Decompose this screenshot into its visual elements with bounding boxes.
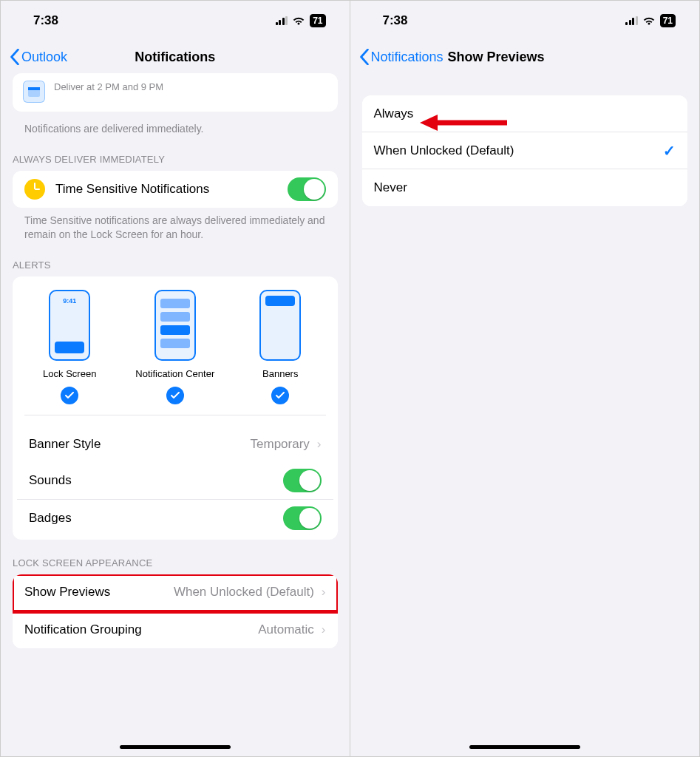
chevron-right-icon: › (317, 437, 322, 452)
badges-row[interactable]: Badges (17, 500, 333, 537)
time-sensitive-toggle[interactable] (288, 177, 326, 201)
section-always-deliver: Always Deliver Immediately (1, 136, 350, 171)
badges-toggle[interactable] (283, 506, 322, 530)
sounds-row[interactable]: Sounds (17, 463, 333, 500)
sounds-label: Sounds (29, 473, 283, 488)
banner-style-row[interactable]: Banner Style Temporary › (17, 426, 333, 463)
time-sensitive-row[interactable]: Time Sensitive Notifications (13, 171, 338, 208)
notification-grouping-row[interactable]: Notification Grouping Automatic › (13, 611, 338, 648)
chevron-left-icon (10, 49, 20, 65)
home-indicator[interactable] (469, 745, 580, 749)
cellular-icon (276, 16, 288, 25)
lockscreen-preview-icon (49, 290, 90, 361)
status-bar: 7:38 71 (350, 1, 700, 41)
status-time: 7:38 (383, 13, 408, 28)
battery-icon: 71 (660, 14, 676, 27)
alerts-card: Lock Screen Notification Center Banners (13, 276, 338, 540)
phone-show-previews: 7:38 71 Notifications Show Previews Alwa… (350, 1, 700, 756)
svg-rect-1 (28, 87, 40, 90)
notification-center-label: Notification Center (135, 368, 214, 379)
show-previews-row[interactable]: Show Previews When Unlocked (Default) › (13, 574, 338, 611)
section-alerts: Alerts (1, 242, 350, 276)
lockscreen-check-icon (61, 387, 78, 404)
status-bar: 7:38 71 (1, 1, 350, 41)
page-title: Show Previews (448, 50, 545, 65)
time-sensitive-label: Time Sensitive Notifications (55, 182, 288, 197)
show-previews-label: Show Previews (24, 585, 174, 600)
back-button[interactable]: Outlook (10, 49, 67, 65)
status-indicators: 71 (625, 14, 676, 27)
alert-option-lockscreen[interactable]: Lock Screen (21, 290, 118, 404)
chevron-right-icon: › (322, 622, 326, 637)
back-label: Outlook (21, 50, 67, 65)
home-indicator[interactable] (120, 745, 231, 749)
content-scroll[interactable]: Always When Unlocked (Default) ✓ Never (350, 73, 700, 756)
section-lockscreen-appearance: Lock Screen Appearance (1, 540, 350, 574)
option-never-label: Never (374, 180, 676, 195)
wifi-icon (292, 16, 305, 26)
option-never[interactable]: Never (362, 169, 688, 206)
nav-bar: Notifications Show Previews (350, 41, 700, 73)
banners-label: Banners (262, 368, 298, 379)
notification-grouping-label: Notification Grouping (24, 622, 258, 637)
back-button[interactable]: Notifications (359, 49, 444, 65)
notification-center-check-icon (166, 387, 184, 404)
time-sensitive-footer: Time Sensitive notifications are always … (13, 208, 338, 242)
status-time: 7:38 (33, 13, 58, 28)
alert-option-notification-center[interactable]: Notification Center (127, 290, 223, 404)
back-label: Notifications (371, 50, 444, 65)
wifi-icon (642, 16, 656, 26)
option-always-label: Always (374, 106, 676, 121)
schedule-subtitle: Deliver at 2 PM and 9 PM (54, 81, 163, 92)
nav-bar: Outlook Notifications (1, 41, 350, 73)
lockscreen-label: Lock Screen (43, 368, 96, 379)
option-always[interactable]: Always (362, 95, 688, 132)
chevron-left-icon (359, 49, 370, 65)
banners-preview-icon (259, 290, 301, 361)
sounds-toggle[interactable] (283, 469, 322, 492)
notification-grouping-value: Automatic (258, 622, 314, 637)
status-indicators: 71 (276, 14, 326, 27)
option-when-unlocked[interactable]: When Unlocked (Default) ✓ (362, 132, 688, 169)
checkmark-icon: ✓ (663, 142, 676, 160)
notification-center-preview-icon (154, 290, 196, 361)
schedule-summary-card[interactable]: Deliver at 2 PM and 9 PM (13, 73, 338, 112)
schedule-icon (23, 81, 45, 103)
phone-notifications-settings: 7:38 71 Outlook Notifications Deliver at… (1, 1, 350, 756)
banner-style-label: Banner Style (29, 437, 251, 452)
chevron-right-icon: › (322, 585, 326, 600)
show-previews-value: When Unlocked (Default) (174, 585, 314, 600)
banner-style-value: Temporary (251, 437, 310, 452)
alert-option-banners[interactable]: Banners (232, 290, 328, 404)
badges-label: Badges (29, 511, 283, 526)
battery-icon: 71 (310, 14, 325, 27)
cellular-icon (625, 16, 638, 25)
clock-icon (24, 179, 45, 200)
banners-check-icon (271, 387, 289, 404)
delivered-immediately-footer: Notifications are delivered immediately. (13, 112, 338, 136)
content-scroll[interactable]: Deliver at 2 PM and 9 PM Notifications a… (1, 73, 350, 756)
option-when-unlocked-label: When Unlocked (Default) (374, 143, 664, 158)
